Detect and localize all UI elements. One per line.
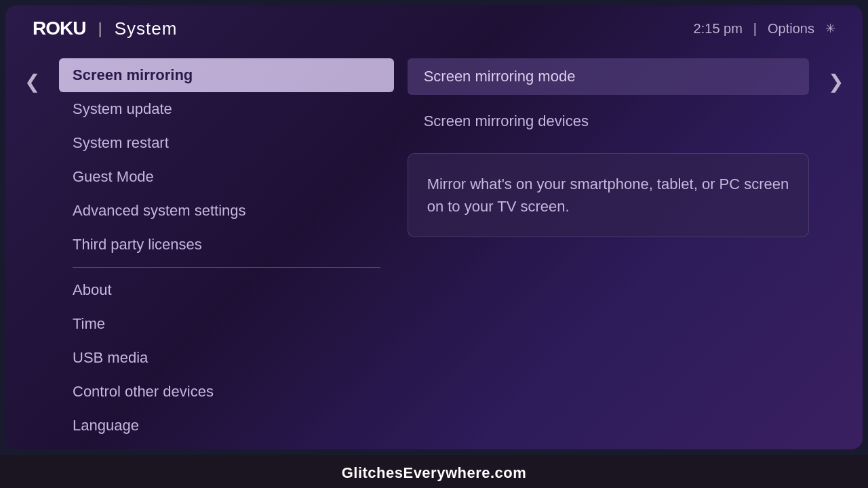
footer-text: GlitchesEverywhere.com xyxy=(342,464,527,481)
menu-item-control-other-devices[interactable]: Control other devices xyxy=(59,375,394,409)
menu-divider xyxy=(73,267,380,268)
header-right: 2:15 pm | Options ✳ xyxy=(694,21,835,37)
menu-item-language[interactable]: Language xyxy=(59,409,394,443)
header-time: 2:15 pm xyxy=(694,21,743,37)
menu-item-third-party-licenses[interactable]: Third party licenses xyxy=(59,228,394,262)
left-menu: Screen mirroring System update System re… xyxy=(59,58,394,443)
footer: GlitchesEverywhere.com xyxy=(0,455,868,488)
right-item-screen-mirroring-mode[interactable]: Screen mirroring mode xyxy=(408,58,809,95)
nav-left-arrow[interactable]: ❮ xyxy=(19,65,45,98)
menu-item-guest-mode[interactable]: Guest Mode xyxy=(59,160,394,194)
menu-item-advanced-system-settings[interactable]: Advanced system settings xyxy=(59,194,394,228)
menu-item-screen-mirroring[interactable]: Screen mirroring xyxy=(59,58,394,92)
options-star-icon: ✳ xyxy=(825,21,835,36)
menu-item-system-update[interactable]: System update xyxy=(59,92,394,126)
main-content: ❮ Screen mirroring System update System … xyxy=(5,52,863,449)
options-label[interactable]: Options xyxy=(768,21,814,37)
roku-logo: ROKU xyxy=(33,18,85,39)
right-item-screen-mirroring-devices[interactable]: Screen mirroring devices xyxy=(408,103,809,140)
right-panel: Screen mirroring mode Screen mirroring d… xyxy=(408,58,809,237)
menu-item-system-restart[interactable]: System restart xyxy=(59,126,394,160)
header-title: System xyxy=(115,18,178,39)
menu-item-about[interactable]: About xyxy=(59,273,394,307)
nav-right-arrow[interactable]: ❯ xyxy=(823,65,849,98)
menu-item-time[interactable]: Time xyxy=(59,307,394,341)
description-box: Mirror what's on your smartphone, tablet… xyxy=(408,153,809,237)
header-time-divider: | xyxy=(753,21,757,37)
header-left: ROKU | System xyxy=(33,18,177,39)
menu-item-usb-media[interactable]: USB media xyxy=(59,341,394,375)
header: ROKU | System 2:15 pm | Options ✳ xyxy=(5,5,863,52)
header-divider: | xyxy=(98,19,102,38)
main-frame: ROKU | System 2:15 pm | Options ✳ ❮ Scre… xyxy=(5,5,863,449)
